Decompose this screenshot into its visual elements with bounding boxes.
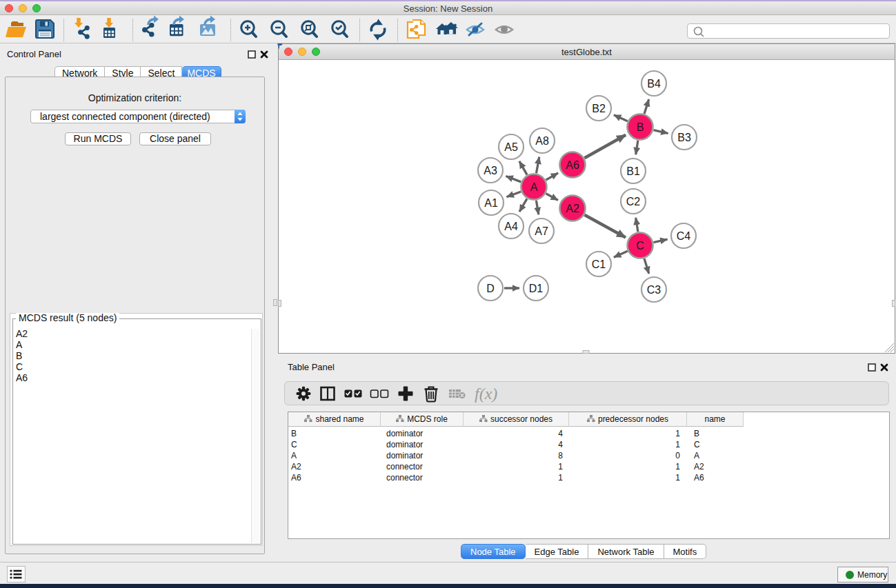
svg-text:C3: C3 [647,284,661,296]
svg-text:B4: B4 [647,78,661,90]
svg-text:A6: A6 [566,159,579,171]
svg-text:A: A [530,181,538,193]
svg-text:A2: A2 [566,203,579,214]
svg-text:f(x): f(x) [475,385,497,403]
svg-text:A1: A1 [484,197,498,209]
svg-text:A5: A5 [504,141,518,153]
svg-text:C: C [636,240,644,252]
svg-text:A3: A3 [484,165,497,176]
svg-text:C2: C2 [626,196,641,207]
svg-text:D1: D1 [529,283,544,294]
svg-text:B2: B2 [592,103,606,114]
svg-text:B1: B1 [626,165,640,177]
svg-text:B: B [637,121,644,133]
svg-text:A7: A7 [535,225,548,237]
svg-text:B3: B3 [677,132,691,143]
svg-text:A8: A8 [535,135,549,147]
svg-text:C4: C4 [677,230,691,242]
svg-text:A4: A4 [504,221,518,232]
svg-text:D: D [486,283,495,294]
svg-text:C1: C1 [592,258,606,270]
